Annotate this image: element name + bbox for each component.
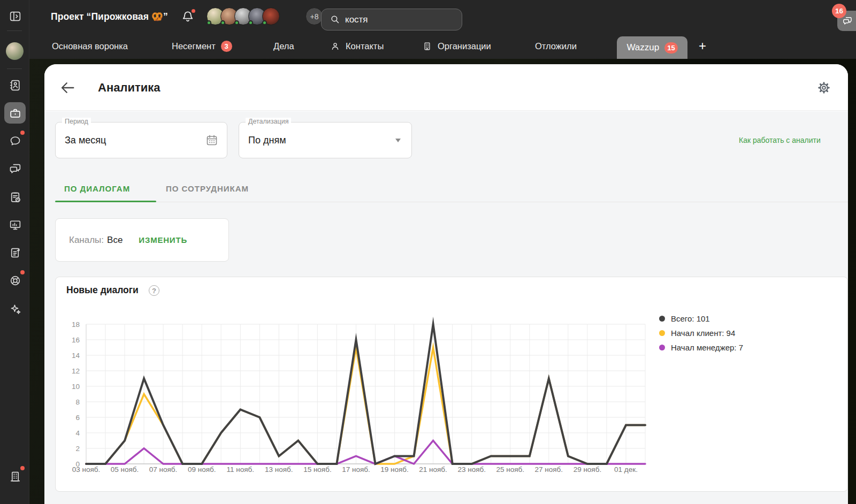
online-dot	[234, 20, 239, 25]
avatar[interactable]	[262, 7, 280, 25]
svg-text:17 нояб.: 17 нояб.	[342, 465, 370, 474]
tab-main-funnel[interactable]: Основная воронка	[52, 33, 128, 59]
legend-item-manager: Начал менеджер: 7	[659, 340, 743, 355]
search-icon	[330, 14, 340, 25]
building-icon	[422, 41, 432, 51]
online-dot	[220, 20, 225, 25]
svg-text:23 нояб.: 23 нояб.	[457, 465, 486, 474]
svg-text:10: 10	[72, 383, 80, 391]
back-button[interactable]	[59, 80, 75, 96]
topbar: Проект “Пирожковая 🥨” +8 + костя	[29, 0, 856, 33]
svg-text:03 нояб.: 03 нояб.	[72, 465, 101, 474]
online-dot	[262, 20, 267, 25]
svg-text:6: 6	[75, 414, 80, 422]
search-value: костя	[345, 14, 368, 25]
svg-text:11 нояб.: 11 нояб.	[227, 465, 255, 474]
detail-value: По дням	[248, 123, 286, 158]
add-tab-button[interactable]: +	[694, 33, 710, 59]
legend-dot	[659, 330, 665, 336]
online-dot	[248, 20, 253, 25]
panel-body: Период За месяц Детализация По дням Как …	[44, 111, 848, 504]
tasks-clipboard-icon[interactable]	[4, 186, 26, 208]
dialogs-icon[interactable]	[4, 158, 26, 179]
online-dot	[207, 20, 211, 25]
channels-value: Все	[107, 235, 123, 246]
sidebar-divider	[7, 68, 22, 69]
dashboard-monitor-icon[interactable]	[4, 214, 26, 235]
svg-text:12: 12	[72, 367, 80, 375]
tab-badge: 15	[664, 42, 677, 54]
legend-item-client: Начал клиент: 94	[659, 326, 743, 340]
search-input[interactable]: костя	[321, 9, 462, 30]
gear-icon	[817, 81, 831, 95]
tab-badge: 3	[221, 41, 232, 52]
svg-text:27 нояб.: 27 нояб.	[535, 465, 563, 474]
contacts-book-icon[interactable]	[4, 74, 26, 96]
notifications-bell-icon[interactable]	[181, 10, 195, 24]
tab-nesegment[interactable]: Несегмент 3	[172, 33, 232, 59]
dialogs-icon	[842, 16, 853, 26]
svg-text:4: 4	[75, 429, 80, 437]
pipeline-tabbar: Основная воронка Несегмент 3 Дела Контак…	[29, 33, 856, 59]
scripts-scroll-icon[interactable]	[4, 242, 26, 263]
person-icon	[330, 41, 340, 51]
page-title: Аналитика	[98, 64, 160, 111]
company-building-icon[interactable]	[4, 465, 26, 487]
tab-wazzup-active[interactable]: Wazzup 15	[617, 36, 687, 59]
period-value: За месяц	[65, 123, 106, 158]
tab-contacts[interactable]: Контакты	[330, 33, 384, 59]
deals-briefcase-icon[interactable]	[4, 102, 26, 124]
chevron-down-icon	[395, 139, 401, 142]
tab-by-dialogs[interactable]: ПО ДИАЛОГАМ	[64, 184, 130, 199]
tabs-divider	[55, 202, 848, 202]
channels-label: Каналы:	[69, 235, 104, 246]
analytics-panel: Аналитика Период За месяц Детализация По…	[44, 64, 848, 504]
svg-text:8: 8	[75, 398, 80, 406]
svg-text:09 нояб.: 09 нояб.	[188, 465, 216, 474]
ai-sparkles-icon[interactable]	[4, 298, 26, 319]
svg-text:07 нояб.: 07 нояб.	[149, 465, 178, 474]
svg-text:29 нояб.: 29 нояб.	[574, 465, 602, 474]
legend-dot	[659, 316, 665, 322]
tab-postponed[interactable]: Отложили	[535, 33, 577, 59]
svg-text:21 нояб.: 21 нояб.	[419, 465, 447, 474]
support-lifebuoy-icon[interactable]	[4, 270, 26, 291]
notification-dot	[20, 466, 25, 470]
calendar-icon	[205, 134, 218, 147]
detail-select[interactable]: Детализация По дням	[239, 122, 412, 158]
channels-change-button[interactable]: ИЗМЕНИТЬ	[139, 235, 187, 245]
tab-by-employees[interactable]: ПО СОТРУДНИКАМ	[166, 184, 249, 199]
channels-card: Каналы: Все ИЗМЕНИТЬ	[55, 218, 229, 262]
chart-legend: Всего: 101 Начал клиент: 94 Начал менедж…	[659, 311, 743, 355]
tab-tasks[interactable]: Дела	[273, 33, 294, 59]
svg-text:13 нояб.: 13 нояб.	[265, 465, 293, 474]
dialogs-chart-svg: 02468101214161803 нояб.05 нояб.07 нояб.0…	[64, 306, 652, 477]
svg-text:15 нояб.: 15 нояб.	[303, 465, 332, 474]
notification-dot	[20, 131, 25, 135]
chat-fab[interactable]: 16	[837, 11, 856, 31]
svg-text:01 дек.: 01 дек.	[614, 465, 638, 474]
svg-text:16: 16	[72, 336, 80, 344]
project-title[interactable]: Проект “Пирожковая 🥨”	[51, 0, 168, 33]
chat-icon[interactable]	[4, 130, 26, 151]
settings-button[interactable]	[817, 81, 831, 95]
svg-text:18: 18	[72, 320, 80, 329]
notification-dot	[192, 9, 195, 13]
svg-text:19 нояб.: 19 нояб.	[380, 465, 409, 474]
notification-dot	[20, 270, 25, 274]
help-icon[interactable]: ?	[149, 285, 159, 296]
svg-text:25 нояб.: 25 нояб.	[496, 465, 525, 474]
sidebar-divider	[7, 30, 22, 31]
period-select[interactable]: Период За месяц	[55, 122, 227, 158]
sidebar	[0, 0, 29, 504]
analytics-help-link[interactable]: Как работать с аналити	[739, 136, 821, 144]
chart-card: Новые диалоги ? 02468101214161803 нояб.0…	[55, 277, 848, 492]
legend-dot	[659, 345, 665, 350]
active-tab-underline	[55, 201, 156, 202]
sidebar-user-avatar[interactable]	[6, 42, 24, 60]
panel-toggle-icon[interactable]	[4, 5, 26, 27]
svg-text:05 нояб.: 05 нояб.	[111, 465, 139, 474]
back-arrow-icon	[59, 80, 75, 96]
tab-organizations[interactable]: Организации	[422, 33, 491, 59]
svg-text:2: 2	[75, 445, 80, 453]
